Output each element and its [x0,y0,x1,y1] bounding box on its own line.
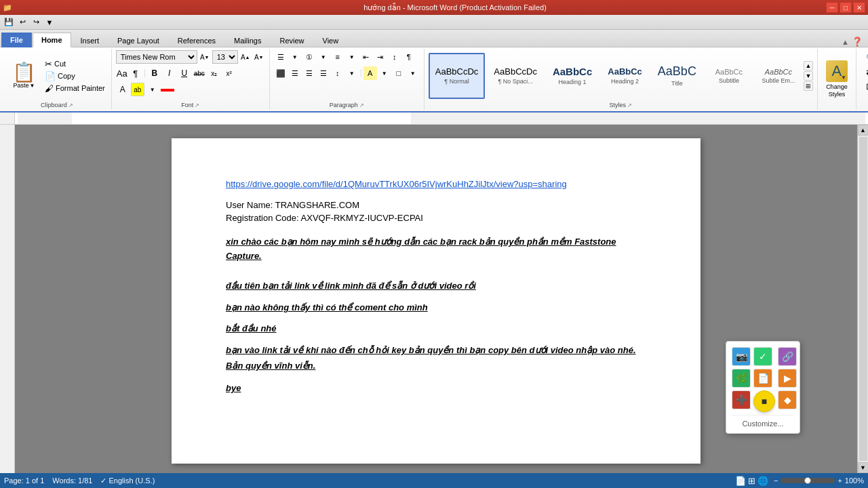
styles-scroll-down[interactable]: ▼ [804,71,813,81]
increase-indent-btn[interactable]: ⇥ [374,50,387,64]
superscript-button[interactable]: x² [222,66,236,80]
align-justify-btn[interactable]: ☰ [317,66,330,80]
highlight-color-btn[interactable]: ab [131,83,144,96]
scrollbar-track[interactable] [859,137,867,461]
full-screen-icon[interactable]: ⊞ [748,476,755,486]
format-painter-button[interactable]: 🖌 Format Painter [43,83,107,94]
ft-screenshot-btn[interactable]: 📷 [732,347,751,366]
ft-green-btn[interactable]: 🌿 [732,369,751,388]
style-subtitle[interactable]: AaBbCc Subtitle [705,53,753,99]
select-button[interactable]: ⊡ Select ▼ [863,80,868,93]
ft-orange2-btn[interactable]: ◆ [778,390,797,409]
borders-btn[interactable]: □ [392,66,406,80]
sort-btn[interactable]: ↕ [388,50,401,64]
tab-review[interactable]: Review [271,33,313,47]
multilevel-btn[interactable]: ≡ [331,50,344,64]
style-no-spacing[interactable]: AaBbCcDc ¶ No Spaci... [487,53,544,99]
scroll-down-btn[interactable]: ▼ [858,462,869,473]
document-link[interactable]: https://drive.google.com/file/d/1QMuruvT… [226,179,646,189]
restore-button[interactable]: □ [840,2,852,13]
font-size-increase-btn[interactable]: A▲ [239,51,252,63]
line-spacing-btn[interactable]: ↕ [331,66,344,80]
borders-dropdown[interactable]: ▼ [406,66,420,80]
help-icon[interactable]: ❓ [852,37,863,47]
tab-home[interactable]: Home [33,33,71,47]
ft-document-btn[interactable]: 📄 [753,369,772,388]
change-case-btn[interactable]: Aa [116,67,128,79]
tab-mailings[interactable]: Mailings [225,33,270,47]
subscript-button[interactable]: x₂ [208,66,221,80]
font-family-select[interactable]: Times New Rom [116,50,197,64]
zoom-handle[interactable] [804,477,811,484]
web-layout-icon[interactable]: 🌐 [757,476,768,486]
customize-qa-btn[interactable]: ▼ [43,16,56,28]
tab-file[interactable]: File [1,33,32,47]
multilevel-dropdown[interactable]: ▼ [345,50,359,64]
align-center-btn[interactable]: ☰ [288,66,302,80]
undo-quick-btn[interactable]: ↩ [16,16,28,28]
style-heading1[interactable]: AaBbCc Heading 1 [546,53,599,99]
ft-plus-btn[interactable]: ➕ [732,390,751,409]
scroll-up-btn[interactable]: ▲ [858,125,869,136]
bullets-dropdown[interactable]: ▼ [288,50,302,64]
show-marks-btn[interactable]: ¶ [402,50,416,64]
document-page[interactable]: https://drive.google.com/file/d/1QMuruvT… [172,138,701,464]
copy-button[interactable]: 📄 Copy [43,70,107,82]
align-left-btn[interactable]: ⬛ [274,66,288,80]
font-expand-icon[interactable]: ↗ [195,102,199,108]
underline-button[interactable]: U [178,66,191,80]
styles-expand-icon[interactable]: ↗ [627,102,632,108]
clear-format-btn[interactable]: ¶ [130,67,142,79]
tab-page-layout[interactable]: Page Layout [108,33,168,47]
language-item[interactable]: ✓ English (U.S.) [100,476,155,485]
style-subtle-em[interactable]: AaBbCc Subtle Em... [755,53,802,99]
paste-button[interactable]: 📋 Paste ▼ [8,62,40,90]
shading-dropdown[interactable]: ▼ [378,66,391,80]
save-quick-btn[interactable]: 💾 [3,16,15,28]
tab-view[interactable]: View [314,33,348,47]
style-heading2[interactable]: AaBbCc Heading 2 [601,53,649,99]
ft-link-btn[interactable]: 🔗 [778,347,797,366]
line-spacing-dropdown[interactable]: ▼ [345,66,359,80]
font-size-decrease-btn[interactable]: A▼ [199,51,211,63]
redo-quick-btn[interactable]: ↪ [30,16,42,28]
zoom-slider[interactable] [781,478,835,483]
close-button[interactable]: ✕ [853,2,865,13]
bullets-btn[interactable]: ☰ [274,50,288,64]
minimize-button[interactable]: ─ [826,2,838,13]
font-color-dropdown[interactable]: ▼ [146,83,159,96]
style-title[interactable]: AaBbC Title [651,53,703,99]
numbering-btn[interactable]: ① [302,50,316,64]
numbering-dropdown[interactable]: ▼ [317,50,330,64]
find-button[interactable]: 🔍 Find ▼ [863,52,868,64]
decrease-indent-btn[interactable]: ⇤ [359,50,373,64]
ft-main-yellow-btn[interactable]: ■ [753,390,775,412]
italic-button[interactable]: I [163,66,176,80]
clipboard-expand-icon[interactable]: ↗ [68,102,73,108]
zoom-out-btn[interactable]: − [774,476,778,485]
font-color-btn[interactable] [161,89,174,92]
text-effects-btn[interactable]: A [116,83,130,96]
font-size-select[interactable]: 13 [212,50,238,64]
shading-btn[interactable]: A [363,66,377,80]
strikethrough-button[interactable]: abc [193,66,206,80]
tab-insert[interactable]: Insert [72,33,108,47]
paste-dropdown-icon[interactable]: ▼ [30,83,35,89]
tab-references[interactable]: References [169,33,224,47]
print-view-icon[interactable]: 📄 [735,476,746,486]
bold-button[interactable]: B [148,66,161,80]
replace-button[interactable]: ⇄ Replace [863,66,868,79]
styles-scroll-up[interactable]: ▲ [804,61,813,70]
zoom-in-btn[interactable]: + [837,476,842,485]
styles-open-btn[interactable]: ⊞ [804,81,813,91]
ribbon-expand-icon[interactable]: ▲ [842,38,849,46]
customize-button[interactable]: Customize... [732,415,794,428]
ft-orange-btn[interactable]: ▶ [778,369,797,388]
font-size-down-btn[interactable]: A▼ [253,51,265,63]
cut-button[interactable]: ✂ Cut [43,58,107,70]
paragraph-expand-icon[interactable]: ↗ [359,102,364,108]
change-styles-button[interactable]: A ▼ ChangeStyles [822,58,852,101]
align-right-btn[interactable]: ☰ [302,66,316,80]
style-normal[interactable]: AaBbCcDc ¶ Normal [429,53,486,99]
ft-check-btn[interactable]: ✓ [753,347,772,366]
